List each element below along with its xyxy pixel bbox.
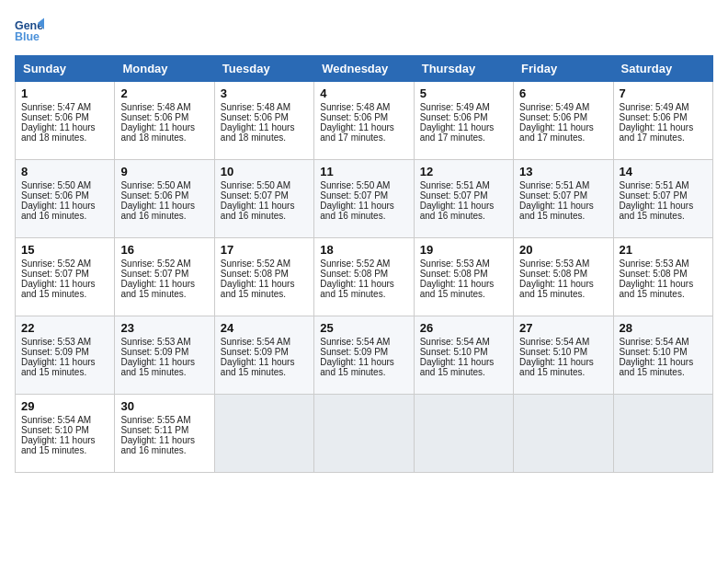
calendar-week-row: 15Sunrise: 5:52 AMSunset: 5:07 PMDayligh… — [16, 238, 713, 316]
calendar-day-cell: 3Sunrise: 5:48 AMSunset: 5:06 PMDaylight… — [214, 82, 313, 160]
calendar-day-cell: 24Sunrise: 5:54 AMSunset: 5:09 PMDayligh… — [214, 316, 313, 395]
calendar-day-cell: 11Sunrise: 5:50 AMSunset: 5:07 PMDayligh… — [314, 160, 414, 238]
calendar-week-row: 1Sunrise: 5:47 AMSunset: 5:06 PMDaylight… — [16, 82, 713, 160]
day-info: Sunrise: 5:49 AMSunset: 5:06 PMDaylight:… — [519, 102, 594, 143]
page-header: General Blue — [15, 15, 713, 44]
calendar-day-header: Friday — [514, 56, 613, 82]
day-info: Sunrise: 5:54 AMSunset: 5:09 PMDaylight:… — [320, 337, 394, 377]
calendar-day-cell: 4Sunrise: 5:48 AMSunset: 5:06 PMDaylight… — [314, 82, 414, 160]
calendar-day-header: Tuesday — [214, 56, 313, 82]
day-info: Sunrise: 5:54 AMSunset: 5:10 PMDaylight:… — [420, 337, 495, 377]
svg-text:Blue: Blue — [15, 30, 40, 43]
calendar-day-cell: 5Sunrise: 5:49 AMSunset: 5:06 PMDaylight… — [414, 82, 513, 160]
day-number: 29 — [21, 399, 108, 413]
calendar-day-cell — [514, 395, 613, 473]
calendar-day-cell: 6Sunrise: 5:49 AMSunset: 5:06 PMDaylight… — [514, 82, 613, 160]
day-number: 19 — [420, 243, 507, 257]
day-number: 28 — [620, 321, 707, 335]
day-number: 27 — [519, 321, 607, 335]
day-info: Sunrise: 5:48 AMSunset: 5:06 PMDaylight:… — [221, 102, 295, 143]
day-info: Sunrise: 5:53 AMSunset: 5:08 PMDaylight:… — [519, 259, 594, 299]
day-info: Sunrise: 5:49 AMSunset: 5:06 PMDaylight:… — [420, 102, 495, 143]
day-info: Sunrise: 5:52 AMSunset: 5:08 PMDaylight:… — [320, 259, 394, 299]
day-number: 22 — [21, 321, 108, 335]
calendar-day-cell: 23Sunrise: 5:53 AMSunset: 5:09 PMDayligh… — [115, 316, 214, 395]
day-info: Sunrise: 5:51 AMSunset: 5:07 PMDaylight:… — [620, 180, 694, 221]
calendar-day-cell: 14Sunrise: 5:51 AMSunset: 5:07 PMDayligh… — [613, 160, 712, 238]
day-info: Sunrise: 5:54 AMSunset: 5:09 PMDaylight:… — [221, 337, 295, 377]
calendar-day-header: Monday — [115, 56, 214, 82]
calendar-day-cell: 21Sunrise: 5:53 AMSunset: 5:08 PMDayligh… — [613, 238, 712, 316]
calendar-week-row: 22Sunrise: 5:53 AMSunset: 5:09 PMDayligh… — [16, 316, 713, 395]
day-number: 10 — [221, 165, 308, 178]
day-info: Sunrise: 5:48 AMSunset: 5:06 PMDaylight:… — [120, 102, 195, 143]
day-number: 15 — [21, 243, 108, 257]
calendar-table: SundayMondayTuesdayWednesdayThursdayFrid… — [15, 55, 713, 473]
day-number: 30 — [120, 399, 208, 413]
day-number: 17 — [221, 243, 308, 257]
calendar-day-cell: 10Sunrise: 5:50 AMSunset: 5:07 PMDayligh… — [214, 160, 313, 238]
day-info: Sunrise: 5:53 AMSunset: 5:08 PMDaylight:… — [420, 259, 495, 299]
day-number: 12 — [420, 165, 507, 178]
calendar-day-cell: 30Sunrise: 5:55 AMSunset: 5:11 PMDayligh… — [115, 395, 214, 473]
day-number: 24 — [221, 321, 308, 335]
calendar-week-row: 8Sunrise: 5:50 AMSunset: 5:06 PMDaylight… — [16, 160, 713, 238]
day-number: 1 — [21, 86, 108, 100]
day-number: 6 — [519, 86, 607, 100]
calendar-day-header: Saturday — [613, 56, 712, 82]
day-number: 25 — [320, 321, 407, 335]
calendar-day-cell: 7Sunrise: 5:49 AMSunset: 5:06 PMDaylight… — [613, 82, 712, 160]
day-number: 5 — [420, 86, 507, 100]
day-info: Sunrise: 5:53 AMSunset: 5:09 PMDaylight:… — [21, 337, 96, 377]
day-info: Sunrise: 5:51 AMSunset: 5:07 PMDaylight:… — [519, 180, 594, 221]
calendar-day-cell: 12Sunrise: 5:51 AMSunset: 5:07 PMDayligh… — [414, 160, 513, 238]
calendar-day-cell: 17Sunrise: 5:52 AMSunset: 5:08 PMDayligh… — [214, 238, 313, 316]
day-info: Sunrise: 5:51 AMSunset: 5:07 PMDaylight:… — [420, 180, 495, 221]
calendar-day-header: Thursday — [414, 56, 513, 82]
calendar-day-cell: 16Sunrise: 5:52 AMSunset: 5:07 PMDayligh… — [115, 238, 214, 316]
logo: General Blue — [15, 15, 48, 44]
calendar-day-cell — [314, 395, 414, 473]
day-number: 20 — [519, 243, 607, 257]
calendar-day-cell: 1Sunrise: 5:47 AMSunset: 5:06 PMDaylight… — [16, 82, 115, 160]
day-info: Sunrise: 5:48 AMSunset: 5:06 PMDaylight:… — [320, 102, 394, 143]
day-info: Sunrise: 5:54 AMSunset: 5:10 PMDaylight:… — [519, 337, 594, 377]
calendar-day-cell: 28Sunrise: 5:54 AMSunset: 5:10 PMDayligh… — [613, 316, 712, 395]
day-number: 3 — [221, 86, 308, 100]
calendar-day-header: Wednesday — [314, 56, 414, 82]
day-number: 18 — [320, 243, 407, 257]
calendar-header-row: SundayMondayTuesdayWednesdayThursdayFrid… — [16, 56, 713, 82]
calendar-day-cell: 9Sunrise: 5:50 AMSunset: 5:06 PMDaylight… — [115, 160, 214, 238]
day-info: Sunrise: 5:53 AMSunset: 5:09 PMDaylight:… — [120, 337, 195, 377]
day-info: Sunrise: 5:47 AMSunset: 5:06 PMDaylight:… — [21, 102, 96, 143]
calendar-day-cell: 22Sunrise: 5:53 AMSunset: 5:09 PMDayligh… — [16, 316, 115, 395]
calendar-day-cell: 25Sunrise: 5:54 AMSunset: 5:09 PMDayligh… — [314, 316, 414, 395]
day-info: Sunrise: 5:54 AMSunset: 5:10 PMDaylight:… — [21, 415, 96, 455]
calendar-day-cell: 26Sunrise: 5:54 AMSunset: 5:10 PMDayligh… — [414, 316, 513, 395]
day-info: Sunrise: 5:50 AMSunset: 5:06 PMDaylight:… — [120, 180, 195, 221]
day-number: 14 — [620, 165, 707, 178]
calendar-day-cell: 29Sunrise: 5:54 AMSunset: 5:10 PMDayligh… — [16, 395, 115, 473]
day-number: 9 — [120, 165, 208, 178]
calendar-day-cell: 20Sunrise: 5:53 AMSunset: 5:08 PMDayligh… — [514, 238, 613, 316]
day-number: 21 — [620, 243, 707, 257]
calendar-body: 1Sunrise: 5:47 AMSunset: 5:06 PMDaylight… — [16, 82, 713, 473]
day-info: Sunrise: 5:50 AMSunset: 5:07 PMDaylight:… — [320, 180, 394, 221]
calendar-day-cell: 13Sunrise: 5:51 AMSunset: 5:07 PMDayligh… — [514, 160, 613, 238]
day-info: Sunrise: 5:50 AMSunset: 5:06 PMDaylight:… — [21, 180, 96, 221]
day-info: Sunrise: 5:52 AMSunset: 5:07 PMDaylight:… — [21, 259, 96, 299]
calendar-week-row: 29Sunrise: 5:54 AMSunset: 5:10 PMDayligh… — [16, 395, 713, 473]
day-number: 7 — [620, 86, 707, 100]
day-info: Sunrise: 5:55 AMSunset: 5:11 PMDaylight:… — [120, 415, 195, 455]
day-number: 16 — [120, 243, 208, 257]
calendar-day-header: Sunday — [16, 56, 115, 82]
day-number: 26 — [420, 321, 507, 335]
day-info: Sunrise: 5:52 AMSunset: 5:07 PMDaylight:… — [120, 259, 195, 299]
day-number: 23 — [120, 321, 208, 335]
calendar-day-cell: 27Sunrise: 5:54 AMSunset: 5:10 PMDayligh… — [514, 316, 613, 395]
day-number: 2 — [120, 86, 208, 100]
day-info: Sunrise: 5:49 AMSunset: 5:06 PMDaylight:… — [620, 102, 694, 143]
day-info: Sunrise: 5:52 AMSunset: 5:08 PMDaylight:… — [221, 259, 295, 299]
day-number: 8 — [21, 165, 108, 178]
day-number: 11 — [320, 165, 407, 178]
